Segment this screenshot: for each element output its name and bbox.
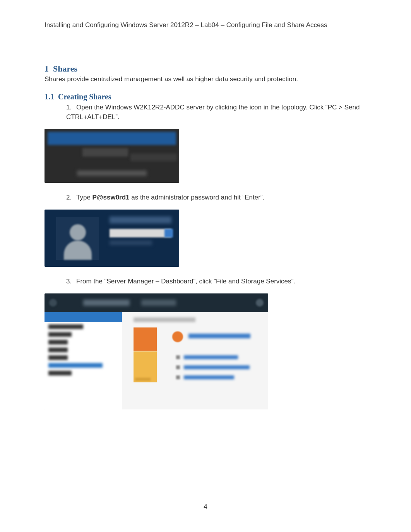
h1-title: Shares: [53, 64, 77, 73]
step-number-icon: [176, 365, 180, 369]
lock-hint-text: [77, 171, 147, 176]
sidebar-item[interactable]: [48, 340, 68, 344]
login-hint: [110, 240, 152, 245]
submit-arrow-icon[interactable]: [164, 229, 173, 237]
quickstart-link[interactable]: [184, 355, 238, 359]
step-number-icon: [176, 355, 180, 359]
avatar-body-icon: [64, 240, 92, 260]
step-1-number: 1.: [66, 103, 76, 113]
sidebar: [45, 312, 122, 409]
avatar: [56, 217, 99, 260]
step-1: 1.Open the Windows W2K12R2-ADDC server b…: [66, 103, 366, 122]
sidebar-item[interactable]: [48, 332, 72, 337]
step-3-text: From the “Server Manager – Dashboard”, c…: [76, 278, 295, 285]
h2-title: Creating Shares: [58, 92, 111, 101]
document-header: Installing and Configuring Windows Serve…: [45, 21, 366, 29]
step-2: 2.Type P@ssw0rd1 as the administrator pa…: [66, 193, 366, 203]
section1-intro: Shares provide centralized management as…: [45, 75, 366, 83]
step-1-text: Open the Windows W2K12R2-ADDC server by …: [66, 104, 360, 121]
sidebar-item[interactable]: [48, 348, 68, 352]
sidebar-item[interactable]: [48, 355, 68, 360]
h1-number: 1: [45, 64, 49, 73]
step-3: 3.From the “Server Manager – Dashboard”,…: [66, 277, 366, 286]
whatsnew-tile[interactable]: [134, 351, 157, 382]
step-2-number: 2.: [66, 193, 76, 203]
window-titlebar: [45, 293, 268, 312]
lock-chip: [130, 153, 177, 161]
step-number-icon: [172, 331, 183, 342]
title-text-2: [141, 300, 176, 306]
lock-chip: [82, 148, 128, 157]
lock-topbar: [48, 132, 176, 145]
step-number-icon: [176, 375, 180, 379]
figure-server-manager-dashboard: [45, 293, 268, 409]
figure-lock-screen: [45, 129, 179, 183]
figure-login-screen: [45, 210, 179, 267]
quickstart-tile[interactable]: [134, 327, 157, 351]
sidebar-item-file-storage[interactable]: [48, 363, 103, 368]
quickstart-link[interactable]: [188, 334, 250, 338]
step-2-text-before: Type: [76, 194, 92, 201]
quickstart-link[interactable]: [184, 375, 234, 379]
sidebar-item-selected[interactable]: [45, 312, 122, 322]
page-number: 4: [0, 503, 411, 511]
tile-label: [135, 378, 151, 381]
sidebar-item[interactable]: [48, 324, 83, 329]
quickstart-link[interactable]: [184, 365, 250, 369]
back-arrow-icon[interactable]: [49, 299, 57, 307]
welcome-heading: [134, 317, 195, 322]
step-3-number: 3.: [66, 277, 76, 286]
step-2-password: P@ssw0rd1: [92, 194, 130, 201]
heading-2-creating-shares: 1.1 Creating Shares: [45, 92, 366, 101]
avatar-head-icon: [70, 224, 86, 240]
title-text-1: [83, 300, 130, 306]
step-2-text-after: as the administrator password and hit “E…: [130, 194, 265, 201]
heading-1-shares: 1 Shares: [45, 64, 366, 74]
refresh-icon[interactable]: [256, 299, 264, 307]
login-username-label: [110, 217, 171, 223]
h2-number: 1.1: [45, 92, 54, 101]
password-input[interactable]: [110, 229, 171, 237]
sidebar-item[interactable]: [48, 371, 72, 375]
